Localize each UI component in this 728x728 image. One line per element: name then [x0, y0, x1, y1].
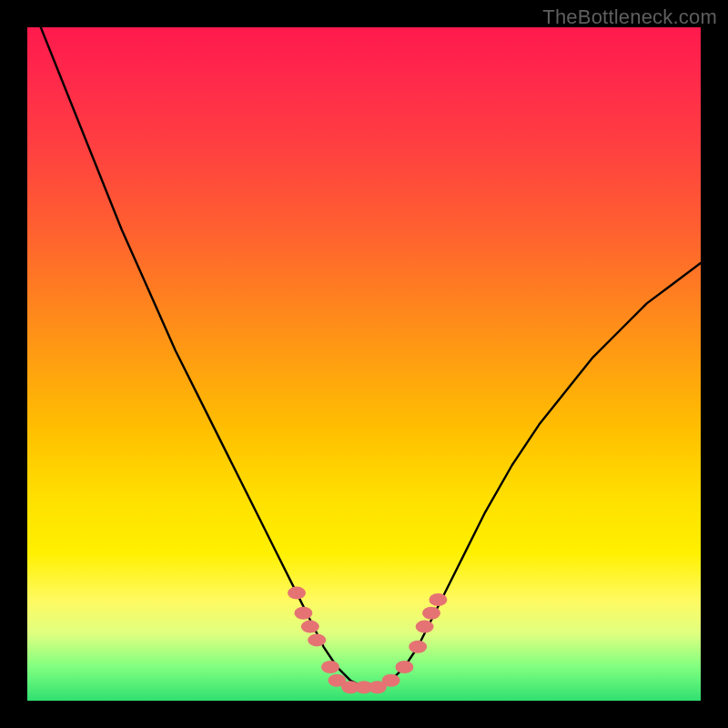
curve-svg [27, 27, 701, 701]
chart-container: TheBottleneck.com [0, 0, 728, 728]
watermark-text: TheBottleneck.com [542, 5, 717, 29]
curve-marker [294, 607, 312, 620]
curve-marker [409, 641, 427, 653]
curve-marker [301, 621, 319, 633]
curve-markers [288, 587, 447, 694]
curve-marker [416, 621, 434, 633]
plot-area [27, 27, 701, 701]
curve-marker [395, 661, 413, 673]
curve-marker [422, 607, 440, 620]
curve-marker [321, 661, 339, 673]
bottleneck-curve [41, 27, 701, 687]
curve-marker [429, 593, 447, 606]
curve-marker [288, 587, 306, 600]
curve-marker [308, 633, 326, 646]
curve-marker [382, 674, 400, 687]
